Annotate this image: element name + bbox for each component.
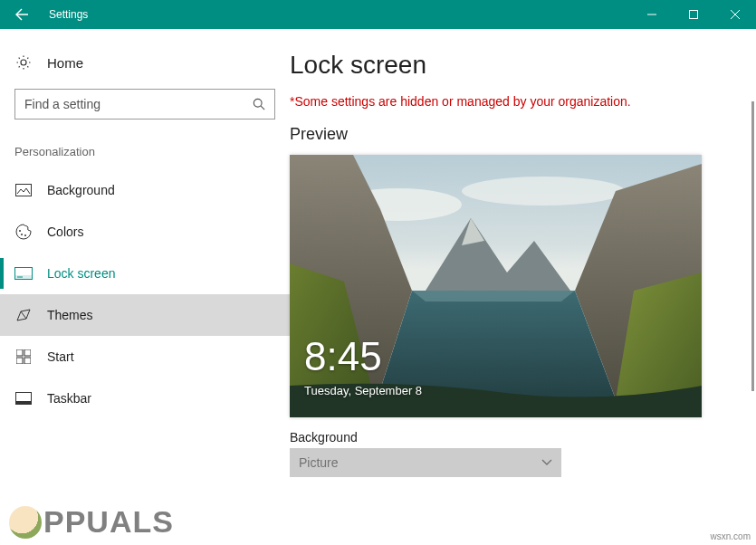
svg-rect-10 — [16, 358, 23, 364]
maximize-button[interactable] — [673, 0, 714, 29]
chevron-down-icon — [541, 459, 552, 466]
sidebar-item-lock-screen[interactable]: Lock screen — [0, 253, 290, 294]
minimize-icon — [647, 10, 656, 19]
svg-point-16 — [462, 177, 625, 206]
sidebar-item-label: Background — [47, 183, 115, 197]
maximize-icon — [689, 10, 698, 19]
svg-point-3 — [19, 230, 21, 232]
window-title: Settings — [49, 8, 88, 21]
sidebar-item-label: Themes — [47, 308, 93, 322]
svg-point-4 — [21, 234, 23, 235]
titlebar: Settings — [0, 0, 756, 29]
gear-icon — [14, 54, 33, 71]
background-dropdown[interactable]: Picture — [290, 448, 561, 477]
scrollbar[interactable] — [751, 101, 754, 391]
search-box[interactable] — [14, 89, 275, 120]
sidebar-item-label: Colors — [47, 225, 83, 239]
svg-point-5 — [24, 234, 26, 236]
minimize-button[interactable] — [631, 0, 673, 29]
lock-screen-icon — [14, 267, 33, 280]
sidebar-item-start[interactable]: Start — [0, 336, 290, 378]
start-icon — [14, 349, 33, 364]
themes-icon — [14, 308, 33, 322]
search-icon — [253, 98, 265, 110]
svg-point-1 — [254, 99, 262, 107]
sidebar-item-label: Lock screen — [47, 266, 115, 281]
sidebar-item-taskbar[interactable]: Taskbar — [0, 378, 290, 419]
close-icon — [731, 10, 740, 19]
svg-rect-13 — [16, 401, 32, 405]
sidebar-item-colors[interactable]: Colors — [0, 211, 290, 253]
close-button[interactable] — [714, 0, 756, 29]
lockscreen-preview: 8:45 Tuesday, September 8 — [290, 155, 702, 417]
svg-rect-2 — [16, 185, 32, 196]
taskbar-icon — [14, 392, 33, 405]
dropdown-value: Picture — [299, 455, 339, 470]
back-button[interactable] — [0, 0, 43, 29]
svg-rect-8 — [16, 349, 23, 356]
section-header: Personalization — [0, 138, 290, 169]
sidebar: Home Personalization Background Colors — [0, 29, 290, 545]
palette-icon — [14, 224, 33, 240]
picture-icon — [14, 184, 33, 196]
page-title: Lock screen — [290, 51, 729, 80]
home-nav[interactable]: Home — [0, 47, 290, 78]
sidebar-item-label: Start — [47, 349, 74, 364]
policy-warning: *Some settings are hidden or managed by … — [290, 94, 729, 109]
svg-rect-11 — [24, 358, 31, 364]
svg-rect-9 — [24, 349, 31, 356]
back-arrow-icon — [14, 7, 29, 22]
preview-date: Tuesday, September 8 — [304, 384, 422, 397]
sidebar-item-label: Taskbar — [47, 391, 91, 406]
sidebar-item-background[interactable]: Background — [0, 169, 290, 211]
preview-time: 8:45 — [304, 334, 382, 379]
content-area: Lock screen *Some settings are hidden or… — [290, 29, 756, 545]
sidebar-item-themes[interactable]: Themes — [0, 294, 290, 336]
svg-rect-0 — [690, 11, 698, 19]
search-input[interactable] — [24, 97, 253, 111]
background-label: Background — [290, 430, 729, 445]
home-label: Home — [47, 55, 83, 71]
preview-heading: Preview — [290, 125, 729, 144]
